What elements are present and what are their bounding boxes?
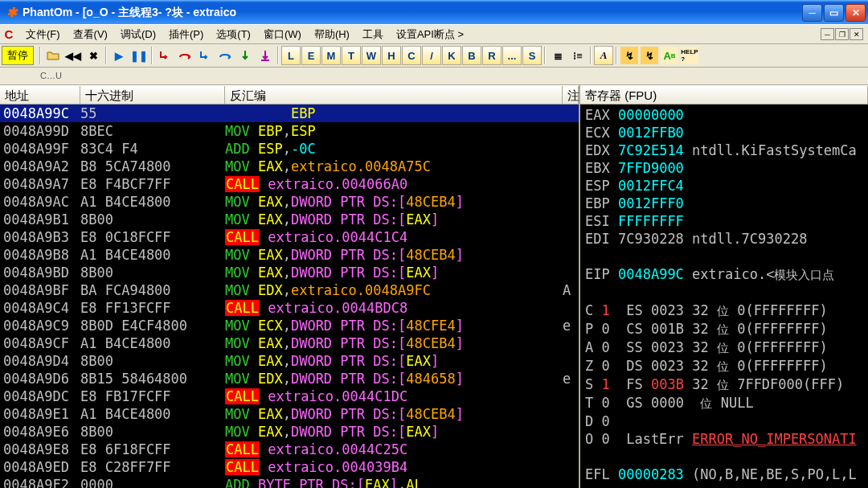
view-s-button[interactable]: S xyxy=(522,46,542,65)
step-into-button[interactable] xyxy=(155,46,174,65)
col-header-disasm[interactable]: 反汇编 xyxy=(225,86,563,105)
system-menu-icon[interactable]: C xyxy=(2,27,16,42)
step-over-button[interactable] xyxy=(175,46,194,65)
disasm-row[interactable]: 0048A99F83C4 F4ADD ESP,-0C xyxy=(0,140,579,158)
view-k-button[interactable]: K xyxy=(442,46,461,65)
col-header-address[interactable]: 地址 xyxy=(0,86,80,105)
view-e-button[interactable]: E xyxy=(301,46,321,65)
window-title: PhantOm - [o_O - 主线程3- ?块 - extraico xyxy=(23,6,802,20)
registers-view[interactable]: EAX 00000000ECX 0012FFB0EDX 7C92E514 ntd… xyxy=(580,105,868,488)
view-l-button[interactable]: L xyxy=(281,46,301,65)
open-button[interactable] xyxy=(43,46,63,65)
menu-api[interactable]: 设置API断点 > xyxy=(390,26,470,43)
view-h-button[interactable]: H xyxy=(382,46,401,65)
disasm-row[interactable]: 0048A9DCE8 FB17FCFFCALL extraico.0044C1D… xyxy=(0,388,579,405)
disasm-row[interactable]: 0048A9E8E8 6F18FCFFCALL extraico.0044C25… xyxy=(0,441,579,458)
view-/-button[interactable]: / xyxy=(422,46,441,65)
col-header-registers[interactable]: 寄存器 (FPU) xyxy=(580,86,868,105)
close-file-button[interactable]: ✖ xyxy=(84,46,103,65)
toolbar: 暂停 ◀◀ ✖ ▶ ❚❚ LEMTWHC/KBR...S ≣ ⁝≡ A ↯ ↯ … xyxy=(0,43,868,68)
state-chip-paused: 暂停 xyxy=(2,46,34,65)
rewind-button[interactable]: ◀◀ xyxy=(63,46,83,65)
menu-h[interactable]: 帮助(H) xyxy=(308,26,356,43)
view-b-button[interactable]: B xyxy=(462,46,481,65)
disasm-row[interactable]: 0048A9E68B00MOV EAX,DWORD PTR DS:[EAX] xyxy=(0,423,579,441)
minimize-button[interactable]: ─ xyxy=(802,4,822,22)
mdi-restore-button[interactable]: ❐ xyxy=(835,28,849,40)
view-m-button[interactable]: M xyxy=(321,46,341,65)
menu-w[interactable]: 窗口(W) xyxy=(257,26,308,43)
pause-button[interactable]: ❚❚ xyxy=(129,46,149,65)
disasm-row[interactable]: 0048A9B8A1 B4CE4800MOV EAX,DWORD PTR DS:… xyxy=(0,246,579,264)
status-row: C…U xyxy=(0,68,868,85)
options-button[interactable]: ⁝≡ xyxy=(568,46,588,65)
view-r-button[interactable]: R xyxy=(482,46,502,65)
ext-btn-2[interactable]: ↯ xyxy=(640,46,659,65)
window-titlebar: ✱ PhantOm - [o_O - 主线程3- ?块 - extraico ─… xyxy=(0,0,868,24)
menu-v[interactable]: 查看(V) xyxy=(67,26,114,43)
disasm-row[interactable]: 0048A9E1A1 B4CE4800MOV EAX,DWORD PTR DS:… xyxy=(0,405,579,423)
close-button[interactable]: ✕ xyxy=(845,4,866,22)
menu-d[interactable]: 调试(D) xyxy=(114,26,162,43)
registers-pane: 寄存器 (FPU) EAX 00000000ECX 0012FFB0EDX 7C… xyxy=(579,85,868,488)
disasm-row[interactable]: 0048A99C55 EBP xyxy=(0,105,579,122)
trace-into-button[interactable] xyxy=(195,46,215,65)
col-header-info[interactable]: 注 xyxy=(563,86,579,105)
maximize-button[interactable]: ▭ xyxy=(824,4,844,22)
disasm-row[interactable]: 0048A9B3E8 0C18FCFFCALL extraico.0044C1C… xyxy=(0,228,579,246)
disasm-row[interactable]: 0048A9ACA1 B4CE4800MOV EAX,DWORD PTR DS:… xyxy=(0,193,579,211)
disasm-row[interactable]: 0048A9BFBA FCA94800MOV EDX,extraico.0048… xyxy=(0,281,579,299)
app-icon: ✱ xyxy=(4,6,18,20)
disasm-row[interactable]: 0048A9D48B00MOV EAX,DWORD PTR DS:[EAX] xyxy=(0,352,579,370)
menu-[interactable]: 工具 xyxy=(356,26,390,43)
ext-btn-4[interactable]: HELP? xyxy=(680,46,699,65)
view-w-button[interactable]: W xyxy=(362,46,381,65)
view-t-button[interactable]: T xyxy=(342,46,361,65)
run-to-return-button[interactable] xyxy=(235,46,255,65)
disasm-row[interactable]: 0048A9F20000ADD BYTE PTR DS:[EAX],AL xyxy=(0,476,579,488)
view-...-button[interactable]: ... xyxy=(502,46,522,65)
view-c-button[interactable]: C xyxy=(402,46,421,65)
run-button[interactable]: ▶ xyxy=(109,46,129,65)
menubar: C 文件(F)查看(V)调试(D)插件(P)选项(T)窗口(W)帮助(H)工具设… xyxy=(0,24,868,43)
menu-t[interactable]: 选项(T) xyxy=(210,26,257,43)
disasm-row[interactable]: 0048A9A2B8 5CA74800MOV EAX,extraico.0048… xyxy=(0,158,579,175)
mdi-close-button[interactable]: ✕ xyxy=(850,28,863,40)
disasm-row[interactable]: 0048A9A7E8 F4BCF7FFCALL extraico.004066A… xyxy=(0,175,579,193)
disasm-row[interactable]: 0048A9EDE8 C28FF7FFCALL extraico.004039B… xyxy=(0,458,579,476)
ext-btn-3[interactable]: AB xyxy=(660,46,679,65)
col-header-hex[interactable]: 十六进制 xyxy=(80,86,225,105)
disasm-row[interactable]: 0048A9BD8B00MOV EAX,DWORD PTR DS:[EAX] xyxy=(0,264,579,281)
ext-btn-1[interactable]: ↯ xyxy=(620,46,639,65)
menu-f[interactable]: 文件(F) xyxy=(19,26,67,43)
disasm-row[interactable]: 0048A9C98B0D E4CF4800MOV ECX,DWORD PTR D… xyxy=(0,317,579,334)
menu-p[interactable]: 插件(P) xyxy=(162,26,210,43)
disasm-row[interactable]: 0048A9D68B15 58464800MOV EDX,DWORD PTR D… xyxy=(0,370,579,388)
disassembly-pane: 地址 十六进制 反汇编 注 0048A99C55 EBP0048A99D8BEC… xyxy=(0,85,579,488)
disassembly-list[interactable]: 0048A99C55 EBP0048A99D8BECMOV EBP,ESP004… xyxy=(0,105,579,488)
mdi-minimize-button[interactable]: ─ xyxy=(821,28,834,40)
font-a-button[interactable]: A xyxy=(594,46,613,65)
list-button[interactable]: ≣ xyxy=(548,46,567,65)
disasm-row[interactable]: 0048A9B18B00MOV EAX,DWORD PTR DS:[EAX] xyxy=(0,211,579,228)
disasm-row[interactable]: 0048A9C4E8 FF13FCFFCALL extraico.0044BDC… xyxy=(0,299,579,317)
trace-over-button[interactable] xyxy=(215,46,235,65)
run-to-cursor-button[interactable] xyxy=(256,46,275,65)
disasm-row[interactable]: 0048A99D8BECMOV EBP,ESP xyxy=(0,122,579,140)
disasm-row[interactable]: 0048A9CFA1 B4CE4800MOV EAX,DWORD PTR DS:… xyxy=(0,334,579,352)
